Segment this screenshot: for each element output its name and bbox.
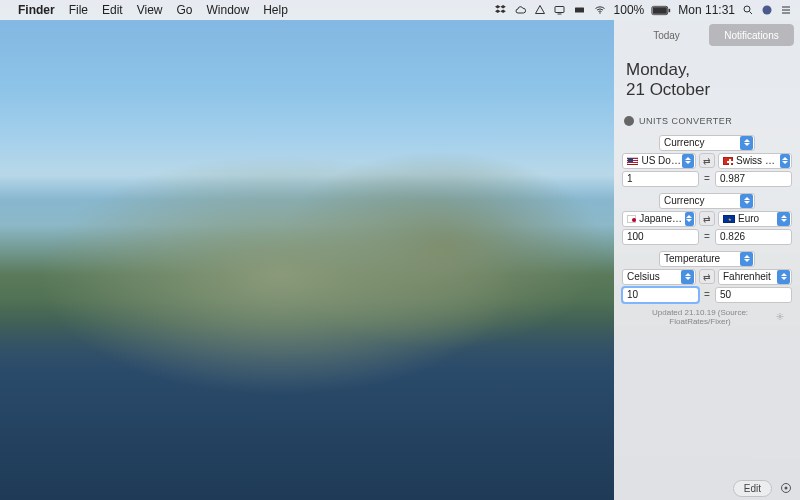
svg-point-15 — [785, 487, 788, 490]
swap-button-1[interactable]: ⇄ — [699, 153, 715, 168]
svg-rect-6 — [669, 8, 671, 11]
to-unit-label: Euro — [738, 213, 759, 224]
category-label: Currency — [664, 137, 705, 148]
from-unit-label: Japanese Y… — [639, 213, 684, 224]
tab-notifications[interactable]: Notifications — [709, 24, 794, 46]
to-unit-label: Swiss Franc — [736, 155, 780, 166]
status-triangle-icon[interactable] — [534, 4, 546, 16]
siri-icon[interactable] — [761, 4, 773, 16]
battery-percent: 100% — [614, 3, 645, 17]
wifi-icon[interactable] — [593, 4, 607, 16]
chevron-updown-icon — [740, 136, 753, 150]
category-label: Temperature — [664, 253, 720, 264]
nc-date-line2: 21 October — [626, 80, 788, 100]
from-unit-label: Celsius — [627, 271, 660, 282]
svg-rect-2 — [575, 8, 584, 13]
to-unit-select-1[interactable]: Swiss Franc — [718, 153, 792, 169]
svg-rect-5 — [653, 7, 667, 14]
svg-point-9 — [763, 6, 772, 15]
svg-point-7 — [744, 6, 750, 12]
to-value-input-1[interactable]: 0.987 — [715, 171, 792, 187]
chevron-updown-icon — [682, 154, 694, 168]
nc-date-line1: Monday, — [626, 60, 788, 80]
svg-point-13 — [779, 316, 781, 318]
menu-help[interactable]: Help — [263, 3, 288, 17]
units-converter-widget: Currency US Dollar ⇄ Swiss Franc 1 = 0.9… — [614, 129, 800, 335]
chevron-updown-icon — [740, 252, 753, 266]
category-select-1[interactable]: Currency — [659, 135, 755, 151]
notification-center-panel: Today Notifications Monday, 21 October U… — [614, 20, 800, 500]
flag-ch-icon — [723, 157, 733, 165]
widget-header: UNITS CONVERTER — [614, 113, 800, 129]
tab-today[interactable]: Today — [624, 24, 709, 46]
from-unit-label: US Dollar — [641, 155, 681, 166]
cloud-icon[interactable] — [514, 4, 527, 16]
dropbox-icon[interactable] — [495, 4, 507, 16]
from-value-input-1[interactable]: 1 — [622, 171, 699, 187]
widget-icon — [624, 116, 634, 126]
chevron-updown-icon — [780, 154, 790, 168]
keyboard-input-icon[interactable] — [573, 4, 586, 16]
from-value-input-3[interactable]: 10 — [622, 287, 699, 303]
to-unit-label: Fahrenheit — [723, 271, 771, 282]
chevron-updown-icon — [740, 194, 753, 208]
edit-button[interactable]: Edit — [733, 480, 772, 497]
from-value-input-2[interactable]: 100 — [622, 229, 699, 245]
flag-us-icon — [627, 157, 638, 165]
equals-label: = — [702, 173, 712, 184]
battery-icon[interactable] — [651, 5, 671, 16]
to-value-input-3[interactable]: 50 — [715, 287, 792, 303]
category-select-3[interactable]: Temperature — [659, 251, 755, 267]
chevron-updown-icon — [681, 270, 694, 284]
nc-footer: Edit — [614, 476, 800, 500]
svg-point-3 — [599, 12, 601, 14]
update-text: Updated 21.10.19 (Source: FloatRates/Fix… — [630, 308, 770, 326]
menu-edit[interactable]: Edit — [102, 3, 123, 17]
chevron-updown-icon — [777, 270, 790, 284]
displays-icon[interactable] — [553, 4, 566, 16]
gear-icon[interactable] — [776, 312, 784, 321]
nc-tabs: Today Notifications — [624, 24, 794, 46]
menubar-app-name[interactable]: Finder — [18, 3, 55, 17]
menu-window[interactable]: Window — [207, 3, 250, 17]
to-value-input-2[interactable]: 0.826 — [715, 229, 792, 245]
menubar-clock[interactable]: Mon 11:31 — [678, 3, 735, 17]
menu-view[interactable]: View — [137, 3, 163, 17]
nc-date: Monday, 21 October — [614, 50, 800, 113]
spotlight-icon[interactable] — [742, 4, 754, 16]
category-label: Currency — [664, 195, 705, 206]
from-unit-select-3[interactable]: Celsius — [622, 269, 696, 285]
update-status: Updated 21.10.19 (Source: FloatRates/Fix… — [622, 305, 792, 329]
menubar: Finder File Edit View Go Window Help 100… — [0, 0, 800, 20]
footer-settings-icon[interactable] — [780, 482, 792, 494]
svg-line-8 — [750, 12, 753, 15]
from-unit-select-2[interactable]: Japanese Y… — [622, 211, 696, 227]
chevron-updown-icon — [685, 212, 694, 226]
equals-label: = — [702, 289, 712, 300]
notification-center-icon[interactable] — [780, 4, 792, 16]
equals-label: = — [702, 231, 712, 242]
chevron-updown-icon — [777, 212, 790, 226]
flag-eu-icon — [723, 215, 735, 223]
from-unit-select-1[interactable]: US Dollar — [622, 153, 696, 169]
swap-button-2[interactable]: ⇄ — [699, 211, 715, 226]
swap-button-3[interactable]: ⇄ — [699, 269, 715, 284]
svg-rect-0 — [555, 7, 564, 13]
menu-file[interactable]: File — [69, 3, 88, 17]
category-select-2[interactable]: Currency — [659, 193, 755, 209]
widget-title-text: UNITS CONVERTER — [639, 116, 732, 126]
to-unit-select-3[interactable]: Fahrenheit — [718, 269, 792, 285]
menu-go[interactable]: Go — [177, 3, 193, 17]
to-unit-select-2[interactable]: Euro — [718, 211, 792, 227]
flag-jp-icon — [627, 215, 636, 223]
